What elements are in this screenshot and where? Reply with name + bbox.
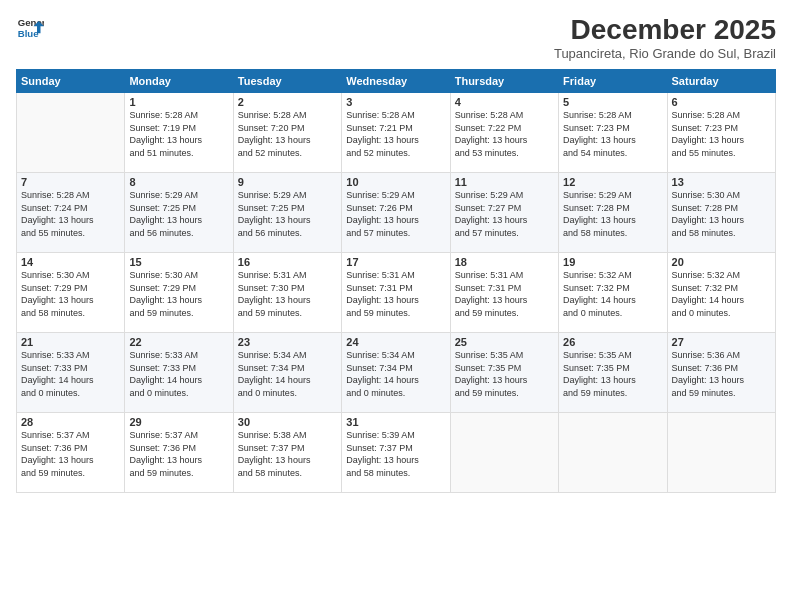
svg-text:Blue: Blue [18,28,39,39]
day-number: 27 [672,336,771,348]
calendar-cell: 8Sunrise: 5:29 AM Sunset: 7:25 PM Daylig… [125,173,233,253]
calendar-cell: 11Sunrise: 5:29 AM Sunset: 7:27 PM Dayli… [450,173,558,253]
day-number: 31 [346,416,445,428]
calendar-header-row: SundayMondayTuesdayWednesdayThursdayFrid… [17,70,776,93]
calendar-cell [559,413,667,493]
day-number: 5 [563,96,662,108]
day-info: Sunrise: 5:28 AM Sunset: 7:21 PM Dayligh… [346,109,445,159]
day-info: Sunrise: 5:28 AM Sunset: 7:20 PM Dayligh… [238,109,337,159]
day-number: 8 [129,176,228,188]
calendar-week-5: 28Sunrise: 5:37 AM Sunset: 7:36 PM Dayli… [17,413,776,493]
day-header-monday: Monday [125,70,233,93]
day-number: 6 [672,96,771,108]
day-info: Sunrise: 5:33 AM Sunset: 7:33 PM Dayligh… [129,349,228,399]
calendar-cell: 6Sunrise: 5:28 AM Sunset: 7:23 PM Daylig… [667,93,775,173]
day-header-tuesday: Tuesday [233,70,341,93]
day-number: 30 [238,416,337,428]
day-info: Sunrise: 5:28 AM Sunset: 7:24 PM Dayligh… [21,189,120,239]
day-info: Sunrise: 5:28 AM Sunset: 7:22 PM Dayligh… [455,109,554,159]
day-number: 9 [238,176,337,188]
calendar-cell [667,413,775,493]
calendar-cell: 25Sunrise: 5:35 AM Sunset: 7:35 PM Dayli… [450,333,558,413]
calendar-cell: 30Sunrise: 5:38 AM Sunset: 7:37 PM Dayli… [233,413,341,493]
calendar-cell: 26Sunrise: 5:35 AM Sunset: 7:35 PM Dayli… [559,333,667,413]
logo-icon: General Blue [16,14,44,42]
month-year: December 2025 [554,14,776,46]
calendar-cell: 29Sunrise: 5:37 AM Sunset: 7:36 PM Dayli… [125,413,233,493]
day-info: Sunrise: 5:31 AM Sunset: 7:31 PM Dayligh… [455,269,554,319]
day-info: Sunrise: 5:36 AM Sunset: 7:36 PM Dayligh… [672,349,771,399]
calendar-week-2: 7Sunrise: 5:28 AM Sunset: 7:24 PM Daylig… [17,173,776,253]
day-info: Sunrise: 5:29 AM Sunset: 7:25 PM Dayligh… [129,189,228,239]
calendar-cell: 24Sunrise: 5:34 AM Sunset: 7:34 PM Dayli… [342,333,450,413]
calendar-cell: 28Sunrise: 5:37 AM Sunset: 7:36 PM Dayli… [17,413,125,493]
calendar-cell: 21Sunrise: 5:33 AM Sunset: 7:33 PM Dayli… [17,333,125,413]
day-info: Sunrise: 5:32 AM Sunset: 7:32 PM Dayligh… [563,269,662,319]
day-info: Sunrise: 5:28 AM Sunset: 7:23 PM Dayligh… [563,109,662,159]
calendar-cell: 27Sunrise: 5:36 AM Sunset: 7:36 PM Dayli… [667,333,775,413]
calendar-week-3: 14Sunrise: 5:30 AM Sunset: 7:29 PM Dayli… [17,253,776,333]
day-header-saturday: Saturday [667,70,775,93]
calendar-cell [17,93,125,173]
day-info: Sunrise: 5:37 AM Sunset: 7:36 PM Dayligh… [129,429,228,479]
calendar-week-1: 1Sunrise: 5:28 AM Sunset: 7:19 PM Daylig… [17,93,776,173]
day-number: 20 [672,256,771,268]
header: General Blue December 2025 Tupancireta, … [16,14,776,61]
day-info: Sunrise: 5:37 AM Sunset: 7:36 PM Dayligh… [21,429,120,479]
calendar-cell: 15Sunrise: 5:30 AM Sunset: 7:29 PM Dayli… [125,253,233,333]
day-info: Sunrise: 5:29 AM Sunset: 7:26 PM Dayligh… [346,189,445,239]
day-number: 25 [455,336,554,348]
day-header-thursday: Thursday [450,70,558,93]
day-info: Sunrise: 5:30 AM Sunset: 7:29 PM Dayligh… [129,269,228,319]
calendar-cell: 4Sunrise: 5:28 AM Sunset: 7:22 PM Daylig… [450,93,558,173]
day-number: 4 [455,96,554,108]
calendar-week-4: 21Sunrise: 5:33 AM Sunset: 7:33 PM Dayli… [17,333,776,413]
calendar-cell: 31Sunrise: 5:39 AM Sunset: 7:37 PM Dayli… [342,413,450,493]
day-number: 16 [238,256,337,268]
calendar-table: SundayMondayTuesdayWednesdayThursdayFrid… [16,69,776,493]
calendar-cell: 13Sunrise: 5:30 AM Sunset: 7:28 PM Dayli… [667,173,775,253]
day-number: 2 [238,96,337,108]
calendar-cell: 20Sunrise: 5:32 AM Sunset: 7:32 PM Dayli… [667,253,775,333]
day-info: Sunrise: 5:30 AM Sunset: 7:29 PM Dayligh… [21,269,120,319]
day-number: 11 [455,176,554,188]
page: General Blue December 2025 Tupancireta, … [0,0,792,612]
calendar-cell: 7Sunrise: 5:28 AM Sunset: 7:24 PM Daylig… [17,173,125,253]
calendar-cell: 10Sunrise: 5:29 AM Sunset: 7:26 PM Dayli… [342,173,450,253]
day-info: Sunrise: 5:28 AM Sunset: 7:19 PM Dayligh… [129,109,228,159]
calendar-cell: 19Sunrise: 5:32 AM Sunset: 7:32 PM Dayli… [559,253,667,333]
day-number: 18 [455,256,554,268]
location: Tupancireta, Rio Grande do Sul, Brazil [554,46,776,61]
title-block: December 2025 Tupancireta, Rio Grande do… [554,14,776,61]
day-info: Sunrise: 5:34 AM Sunset: 7:34 PM Dayligh… [238,349,337,399]
calendar-cell: 17Sunrise: 5:31 AM Sunset: 7:31 PM Dayli… [342,253,450,333]
calendar-cell: 5Sunrise: 5:28 AM Sunset: 7:23 PM Daylig… [559,93,667,173]
calendar-cell: 12Sunrise: 5:29 AM Sunset: 7:28 PM Dayli… [559,173,667,253]
day-number: 10 [346,176,445,188]
day-info: Sunrise: 5:34 AM Sunset: 7:34 PM Dayligh… [346,349,445,399]
day-info: Sunrise: 5:29 AM Sunset: 7:27 PM Dayligh… [455,189,554,239]
day-header-friday: Friday [559,70,667,93]
day-header-sunday: Sunday [17,70,125,93]
day-info: Sunrise: 5:32 AM Sunset: 7:32 PM Dayligh… [672,269,771,319]
calendar-cell: 22Sunrise: 5:33 AM Sunset: 7:33 PM Dayli… [125,333,233,413]
day-header-wednesday: Wednesday [342,70,450,93]
day-number: 3 [346,96,445,108]
calendar-cell: 23Sunrise: 5:34 AM Sunset: 7:34 PM Dayli… [233,333,341,413]
day-number: 13 [672,176,771,188]
day-number: 23 [238,336,337,348]
calendar-cell: 14Sunrise: 5:30 AM Sunset: 7:29 PM Dayli… [17,253,125,333]
day-number: 14 [21,256,120,268]
day-number: 26 [563,336,662,348]
day-number: 21 [21,336,120,348]
logo: General Blue [16,14,44,42]
calendar-cell: 1Sunrise: 5:28 AM Sunset: 7:19 PM Daylig… [125,93,233,173]
calendar-cell: 2Sunrise: 5:28 AM Sunset: 7:20 PM Daylig… [233,93,341,173]
day-info: Sunrise: 5:35 AM Sunset: 7:35 PM Dayligh… [563,349,662,399]
day-info: Sunrise: 5:35 AM Sunset: 7:35 PM Dayligh… [455,349,554,399]
day-number: 29 [129,416,228,428]
day-number: 7 [21,176,120,188]
day-number: 1 [129,96,228,108]
day-number: 24 [346,336,445,348]
day-info: Sunrise: 5:31 AM Sunset: 7:31 PM Dayligh… [346,269,445,319]
